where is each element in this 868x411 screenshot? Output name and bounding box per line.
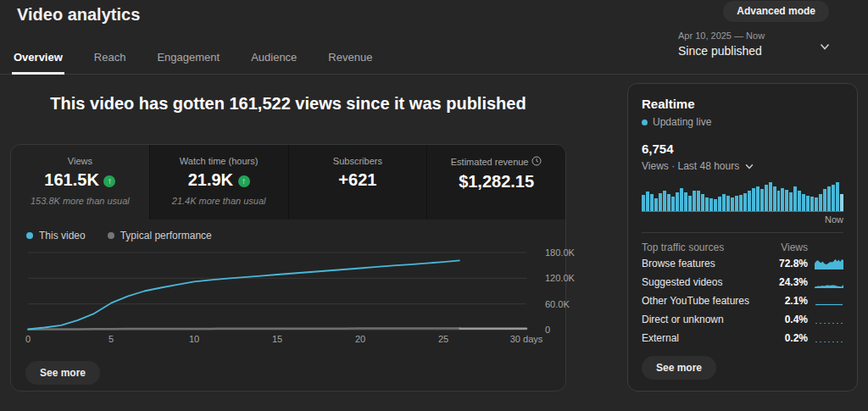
metric-comparison: 21.4K more than usual — [150, 196, 288, 206]
header: Video analytics Advanced mode Overview R… — [0, 0, 868, 75]
traffic-row-direct-or-unknown[interactable]: Direct or unknown 0.4% — [642, 310, 843, 329]
traffic-source-label: Suggested videos — [642, 276, 771, 288]
metric-card-strip: Views 161.5K ↑ 153.8K more than usual Wa… — [11, 145, 565, 219]
realtime-bar-chart[interactable] — [642, 181, 843, 212]
realtime-status: Updating live — [642, 116, 843, 128]
traffic-source-label: Direct or unknown — [642, 314, 771, 325]
date-range-selector[interactable]: Apr 10, 2025 — Now Since published — [678, 31, 765, 58]
legend-label: This video — [39, 230, 86, 242]
tab-reach[interactable]: Reach — [92, 43, 128, 75]
headline: This video has gotten 161,522 views sinc… — [10, 94, 566, 114]
tab-revenue[interactable]: Revenue — [326, 43, 374, 75]
realtime-see-more-button[interactable]: See more — [642, 356, 716, 380]
clock-icon — [531, 156, 542, 168]
views-line-chart[interactable]: 051015202530 days 180.0K120.0K60.0K0 — [19, 245, 565, 357]
chevron-down-icon[interactable] — [819, 41, 831, 53]
x-axis-labels: 051015202530 days — [19, 334, 538, 346]
metric-card-subscribers[interactable]: Subscribers +621 — [289, 145, 428, 219]
metric-value: +621 — [289, 170, 427, 190]
traffic-row-suggested-videos[interactable]: Suggested videos 24.3% — [642, 273, 843, 292]
traffic-row-browse-features[interactable]: Browse features 72.8% — [642, 254, 843, 273]
realtime-card: Realtime Updating live 6,754 Views · Las… — [627, 83, 858, 392]
traffic-sparkline — [815, 294, 843, 308]
traffic-sources-header: Top traffic sources Views — [642, 241, 843, 254]
realtime-view-count: 6,754 — [642, 142, 843, 156]
metric-value: 161.5K ↑ — [11, 170, 149, 190]
realtime-caption-label: Views · Last 48 hours — [642, 160, 739, 172]
realtime-now-label: Now — [642, 214, 843, 225]
traffic-source-value: 0.4% — [771, 314, 808, 325]
legend-this-video: This video — [26, 230, 86, 242]
date-range-text: Apr 10, 2025 — Now — [678, 31, 765, 41]
traffic-row-external[interactable]: External 0.2% — [642, 329, 843, 347]
realtime-views-caption[interactable]: Views · Last 48 hours — [642, 160, 843, 172]
y-axis-labels: 180.0K120.0K60.0K0 — [545, 245, 584, 333]
advanced-mode-button[interactable]: Advanced mode — [723, 1, 829, 22]
divider — [642, 232, 843, 233]
traffic-source-label: Other YouTube features — [642, 295, 771, 307]
metric-label: Views — [11, 156, 149, 166]
metric-card-watch-time[interactable]: Watch time (hours) 21.9K ↑ 21.4K more th… — [150, 145, 289, 219]
date-range-label: Since published — [678, 44, 765, 58]
tab-engagement[interactable]: Engagement — [155, 43, 221, 75]
page-title: Video analytics — [17, 5, 140, 25]
traffic-header-spacer — [815, 241, 843, 254]
traffic-header-source: Top traffic sources — [642, 242, 771, 253]
traffic-sparkline — [815, 257, 843, 270]
legend-typical-performance: Typical performance — [108, 230, 212, 242]
traffic-source-label: External — [642, 332, 771, 344]
video-analytics-page: Video analytics Advanced mode Overview R… — [0, 0, 868, 411]
metric-label: Subscribers — [289, 156, 427, 166]
traffic-source-value: 24.3% — [771, 276, 808, 288]
legend-dot-gray — [108, 232, 114, 239]
metric-comparison: 153.8K more than usual — [11, 196, 149, 206]
tab-overview[interactable]: Overview — [12, 43, 64, 75]
traffic-source-value: 2.1% — [771, 295, 808, 307]
trend-up-icon: ↑ — [238, 175, 250, 187]
trend-up-icon: ↑ — [103, 175, 115, 187]
traffic-row-other-youtube-features[interactable]: Other YouTube features 2.1% — [642, 292, 843, 310]
realtime-title: Realtime — [642, 97, 843, 111]
realtime-status-label: Updating live — [653, 116, 711, 128]
traffic-source-label: Browse features — [642, 258, 771, 269]
chevron-down-icon[interactable] — [744, 161, 754, 171]
traffic-header-views: Views — [771, 242, 808, 253]
chart-legend: This video Typical performance — [26, 230, 212, 242]
legend-label: Typical performance — [120, 230, 212, 242]
see-more-button[interactable]: See more — [25, 361, 100, 385]
metric-value: $1,282.15 — [427, 172, 565, 192]
analytics-tab-bar: Overview Reach Engagement Audience Reven… — [12, 43, 374, 75]
metric-value: 21.9K ↑ — [150, 170, 288, 190]
tab-audience[interactable]: Audience — [249, 43, 298, 75]
metric-label: Estimated revenue — [427, 156, 565, 168]
views-chart-svg — [19, 245, 538, 333]
traffic-source-value: 72.8% — [771, 258, 808, 269]
traffic-source-value: 0.2% — [771, 332, 808, 344]
traffic-sparkline — [815, 275, 843, 289]
traffic-sparkline — [815, 313, 843, 326]
overview-analytics-card: Views 161.5K ↑ 153.8K more than usual Wa… — [10, 144, 566, 392]
traffic-sparkline — [815, 331, 843, 345]
metric-label: Watch time (hours) — [150, 156, 288, 166]
live-dot-icon — [642, 119, 648, 125]
legend-dot-blue — [26, 232, 33, 239]
metric-card-estimated-revenue[interactable]: Estimated revenue $1,282.15 — [427, 145, 565, 219]
metric-card-views[interactable]: Views 161.5K ↑ 153.8K more than usual — [11, 145, 150, 219]
